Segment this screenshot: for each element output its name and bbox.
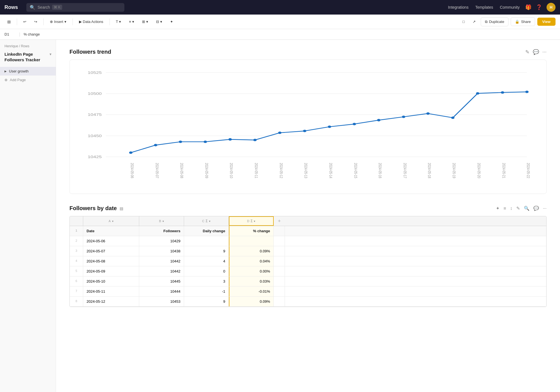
cell-followers-5[interactable]: 10442	[139, 266, 184, 276]
edit-icon[interactable]: ✎	[516, 206, 520, 211]
cell-followers-2[interactable]: 10429	[139, 236, 184, 246]
cell-header-pct-change[interactable]: % change	[229, 226, 274, 236]
user-avatar[interactable]: H	[547, 3, 556, 12]
share-label: Share	[521, 20, 531, 24]
cell-daily-6[interactable]: 3	[184, 276, 229, 286]
top-nav: Rows 🔍 Search ⌘ K Integrations Templates…	[0, 0, 560, 15]
cell-date-2[interactable]: 2024-05-06	[83, 236, 139, 246]
text-format-button[interactable]: T ▾	[113, 18, 124, 25]
format-icon: ⊞	[142, 20, 145, 24]
help-icon[interactable]: ❓	[536, 4, 542, 10]
table-row: 2 2024-05-06 10429	[70, 236, 546, 246]
svg-point-19	[353, 123, 356, 125]
col-header-a[interactable]: A ▾	[83, 216, 139, 226]
filter-icon[interactable]: ≡	[503, 206, 506, 211]
cell-daily-8[interactable]: 9	[184, 297, 229, 306]
cell-pct-2[interactable]	[229, 236, 274, 246]
table-icon[interactable]: ▤	[120, 206, 123, 211]
cell-pct-4[interactable]: 0.04%	[229, 256, 274, 266]
doc-title[interactable]: LinkedIn Page Followers Tracker ▾	[0, 50, 56, 67]
spreadsheet: A ▾ B ▾ C Σ ▾ D Σ ▾	[69, 216, 547, 307]
cell-header-followers[interactable]: Followers	[139, 226, 184, 236]
cell-date-8[interactable]: 2024-05-12	[83, 297, 139, 306]
text-format-chevron: ▾	[119, 20, 121, 24]
sidebar: Henrique / Rows LinkedIn Page Followers …	[0, 40, 56, 392]
divider-3	[73, 18, 73, 25]
col-b-dropdown-icon[interactable]: ▾	[162, 220, 164, 223]
app-logo[interactable]: Rows	[4, 4, 18, 10]
cell-followers-8[interactable]: 10453	[139, 297, 184, 306]
cell-daily-7[interactable]: -1	[184, 287, 229, 296]
align-button[interactable]: ≡ ▾	[126, 18, 137, 25]
cell-reference[interactable]: D1	[4, 32, 16, 36]
cell-daily-3[interactable]: 9	[184, 246, 229, 256]
add-page-icon: ⊕	[4, 78, 8, 82]
nav-templates[interactable]: Templates	[475, 5, 493, 10]
cell-daily-2[interactable]	[184, 236, 229, 246]
formula-content[interactable]: % change	[24, 32, 40, 36]
redo-button[interactable]: ↪	[31, 18, 40, 25]
chart-edit-icon[interactable]: ✎	[525, 49, 529, 55]
add-column-button[interactable]: +	[274, 216, 285, 226]
sidebar-item-user-growth[interactable]: ▶ User growth	[0, 67, 56, 76]
text-format-icon: T	[116, 20, 118, 24]
table-header: Followers by date ▤ ✦ ≡ ↕ ✎ 🔍 💬 ···	[69, 205, 547, 212]
cell-date-5[interactable]: 2024-05-09	[83, 266, 139, 276]
table-row: 6 2024-05-10 10445 3 0.03%	[70, 276, 546, 287]
undo-button[interactable]: ↩	[20, 18, 29, 25]
trend-icon-button[interactable]: ↗	[470, 18, 478, 25]
sort-icon[interactable]: ↕	[510, 206, 512, 211]
chart-comment-icon[interactable]: 💬	[533, 49, 539, 55]
cell-pct-5[interactable]: 0.00%	[229, 266, 274, 276]
cell-daily-4[interactable]: 4	[184, 256, 229, 266]
insert-button[interactable]: ⊕ Insert ▾	[47, 18, 69, 25]
gift-icon[interactable]: 🎁	[525, 4, 531, 10]
cell-pct-7[interactable]: -0.01%	[229, 287, 274, 296]
cell-followers-7[interactable]: 10444	[139, 287, 184, 296]
chart-icon-button[interactable]: □	[460, 18, 468, 25]
cell-date-7[interactable]: 2024-05-11	[83, 287, 139, 296]
col-c-dropdown-icon[interactable]: ▾	[209, 220, 211, 223]
search-bar[interactable]: 🔍 Search ⌘ K	[26, 3, 124, 12]
comment-icon[interactable]: 💬	[533, 206, 539, 211]
col-letter-d: D	[247, 219, 250, 223]
cell-pct-3[interactable]: 0.09%	[229, 246, 274, 256]
format-button[interactable]: ⊞ ▾	[139, 18, 151, 25]
cell-followers-3[interactable]: 10438	[139, 246, 184, 256]
chart-actions: ✎ 💬 ···	[525, 49, 547, 55]
cell-date-6[interactable]: 2024-05-10	[83, 276, 139, 286]
col-header-b[interactable]: B ▾	[139, 216, 184, 226]
duplicate-button[interactable]: ⧉ Duplicate	[481, 17, 508, 26]
breadcrumb-text[interactable]: Henrique / Rows	[4, 44, 29, 48]
cell-followers-4[interactable]: 10442	[139, 256, 184, 266]
toggle-sidebar-button[interactable]: ▤	[4, 18, 13, 25]
more-icon[interactable]: ···	[543, 206, 547, 211]
view-button[interactable]: View	[537, 18, 556, 26]
col-header-d[interactable]: D Σ ▾	[229, 216, 274, 226]
cell-pct-6[interactable]: 0.03%	[229, 276, 274, 286]
cell-date-4[interactable]: 2024-05-08	[83, 256, 139, 266]
redo-icon: ↪	[34, 20, 37, 24]
main-layout: Henrique / Rows LinkedIn Page Followers …	[0, 40, 560, 392]
cell-pct-8[interactable]: 0.09%	[229, 297, 274, 306]
nav-community[interactable]: Community	[500, 5, 520, 10]
col-header-c[interactable]: C Σ ▾	[184, 216, 229, 226]
col-d-dropdown-icon[interactable]: ▾	[254, 220, 255, 223]
cell-header-date[interactable]: Date	[83, 226, 139, 236]
svg-point-25	[501, 91, 504, 94]
search-table-icon[interactable]: 🔍	[524, 206, 529, 211]
data-actions-button[interactable]: ▶ Data Actions	[76, 18, 106, 25]
nav-integrations[interactable]: Integrations	[448, 5, 468, 10]
magic-icon[interactable]: ✦	[496, 206, 499, 211]
sparkle-button[interactable]: ✦	[167, 18, 176, 25]
cell-followers-6[interactable]: 10445	[139, 276, 184, 286]
view-options-button[interactable]: ⊟ ▾	[153, 18, 165, 25]
cell-header-daily-change[interactable]: Daily change	[184, 226, 229, 236]
svg-point-11	[154, 144, 157, 146]
chart-more-icon[interactable]: ···	[542, 49, 547, 55]
add-page-button[interactable]: ⊕ Add Page	[0, 76, 56, 84]
col-a-dropdown-icon[interactable]: ▾	[112, 220, 114, 223]
cell-daily-5[interactable]: 0	[184, 266, 229, 276]
share-button[interactable]: 🔒 Share	[511, 17, 535, 26]
cell-date-3[interactable]: 2024-05-07	[83, 246, 139, 256]
